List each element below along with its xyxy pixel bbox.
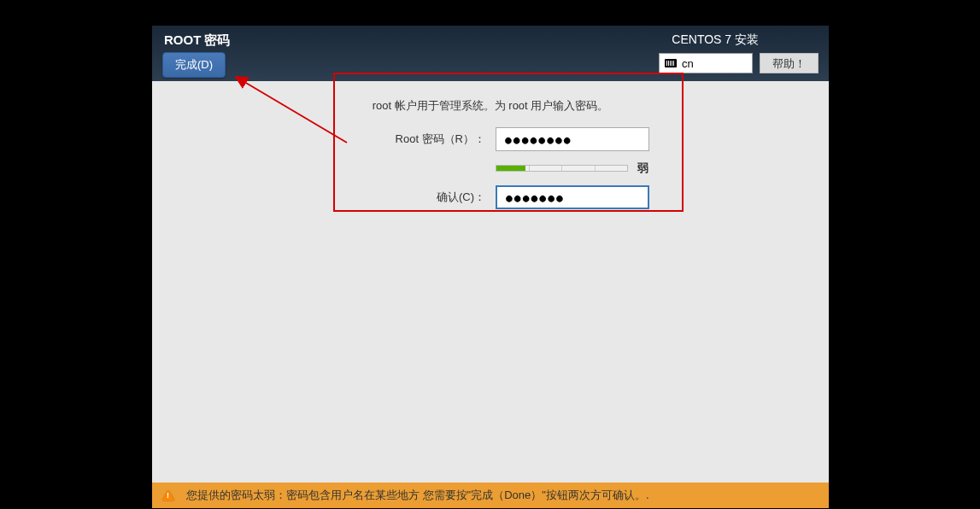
password-label: Root 密码（R）： — [332, 132, 485, 147]
keyboard-icon — [665, 59, 677, 67]
header-left: ROOT 密码 完成(D) — [162, 32, 231, 81]
instruction-text: root 帐户用于管理系统。为 root 用户输入密码。 — [152, 98, 829, 114]
header-right: CENTOS 7 安装 cn 帮助！ — [659, 32, 819, 81]
root-password-input[interactable] — [496, 127, 649, 151]
form-area: root 帐户用于管理系统。为 root 用户输入密码。 Root 密码（R）：… — [152, 81, 829, 211]
strength-row: 弱 — [152, 160, 829, 177]
done-button[interactable]: 完成(D) — [162, 52, 226, 78]
strength-text: 弱 — [637, 161, 649, 176]
warning-text: 您提供的密码太弱：密码包含用户名在某些地方 您需要按"完成（Done）"按钮两次… — [186, 488, 649, 503]
page-title: ROOT 密码 — [164, 32, 231, 49]
confirm-password-input[interactable] — [496, 185, 649, 209]
header-bar: ROOT 密码 完成(D) CENTOS 7 安装 cn 帮助！ — [152, 26, 829, 81]
content-area: root 帐户用于管理系统。为 root 用户输入密码。 Root 密码（R）：… — [152, 81, 829, 483]
confirm-row: 确认(C)： — [152, 184, 829, 211]
installer-window: ROOT 密码 完成(D) CENTOS 7 安装 cn 帮助！ — [152, 26, 829, 508]
language-code: cn — [682, 57, 694, 70]
password-row: Root 密码（R）： — [152, 126, 829, 153]
help-button[interactable]: 帮助！ — [760, 53, 819, 73]
strength-container: 弱 — [496, 161, 649, 176]
warning-icon — [162, 490, 174, 500]
installer-title: CENTOS 7 安装 — [672, 32, 759, 48]
confirm-label: 确认(C)： — [332, 190, 485, 205]
password-strength-bar — [496, 165, 628, 172]
language-selector[interactable]: cn — [659, 53, 753, 73]
strength-fill — [496, 166, 525, 171]
warning-bar: 您提供的密码太弱：密码包含用户名在某些地方 您需要按"完成（Done）"按钮两次… — [152, 483, 829, 508]
header-right-row: cn 帮助！ — [659, 53, 819, 73]
